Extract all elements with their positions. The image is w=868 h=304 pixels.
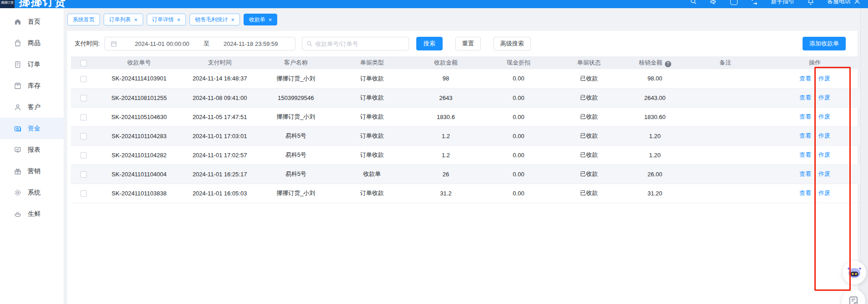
sidebar-item-首页[interactable]: 首页: [0, 11, 64, 32]
row-checkbox[interactable]: [80, 133, 87, 140]
void-link[interactable]: 作废: [818, 113, 830, 120]
app-logo-text: 挪挪订货: [19, 0, 66, 8]
cell-actions: 查看作废: [764, 88, 866, 107]
add-receipt-button[interactable]: 添加收款单: [803, 37, 846, 50]
view-link[interactable]: 查看: [799, 75, 811, 82]
table-row: SK-202411141039012024-11-14 16:48:37挪挪订货…: [71, 69, 866, 88]
tab-订单列表[interactable]: 订单列表×: [104, 14, 143, 25]
sidebar-item-库存[interactable]: 库存: [0, 75, 64, 96]
date-start[interactable]: 2024-11-01 00:00:00: [124, 40, 201, 47]
cell-remark: [687, 69, 764, 88]
tab-close-icon[interactable]: ×: [177, 17, 181, 23]
cell-status: 已收款: [555, 145, 623, 164]
view-link[interactable]: 查看: [799, 170, 811, 177]
sidebar-item-报表[interactable]: 报表: [0, 139, 64, 160]
home-icon: [14, 18, 22, 26]
cell-status: 已收款: [555, 126, 623, 145]
inventory-icon: [14, 82, 22, 90]
sidebar-item-订单[interactable]: 订单: [0, 54, 64, 75]
cell-actions: 查看作废: [764, 145, 866, 164]
receipts-table: 收款单号支付时间客户名称单据类型收款金额现金折扣单据状态核销金额?备注操作 SK…: [71, 56, 866, 203]
select-all-checkbox[interactable]: [80, 60, 87, 66]
search-input[interactable]: [315, 40, 404, 47]
sidebar-item-生鲜[interactable]: 生鲜: [0, 203, 64, 224]
window-icon[interactable]: [730, 0, 738, 5]
view-link[interactable]: 查看: [799, 113, 811, 120]
receipts-panel: 支付时间: 2024-11-01 00:00:00 至 2024-11-18 2…: [67, 31, 858, 304]
search-button[interactable]: 搜索: [416, 37, 443, 50]
cell-discount: 0.00: [482, 164, 555, 184]
view-link[interactable]: 查看: [799, 151, 811, 158]
void-link[interactable]: 作废: [818, 151, 830, 158]
account-menu[interactable]: 客服电话: [827, 0, 861, 5]
horn-icon[interactable]: [710, 0, 718, 5]
date-range-picker[interactable]: 2024-11-01 00:00:00 至 2024-11-18 23:59:5…: [105, 37, 295, 50]
cell-customer: 挪挪订货_小刘: [257, 69, 334, 88]
tab-label: 订单详情: [152, 16, 174, 24]
cell-customer: 易科5号: [257, 164, 334, 184]
tab-销售毛利统计[interactable]: 销售毛利统计×: [190, 14, 240, 25]
cell-remark: [687, 88, 764, 107]
cell-discount: 0.00: [482, 126, 555, 145]
tab-close-icon[interactable]: ×: [134, 17, 138, 23]
void-link[interactable]: 作废: [818, 170, 830, 177]
void-link[interactable]: 作废: [818, 132, 830, 139]
sidebar-item-label: 商品: [28, 39, 40, 47]
guide-link[interactable]: 新手指引: [771, 0, 794, 5]
cell-customer: 挪挪订货_小刘: [257, 184, 334, 203]
tab-close-icon[interactable]: ×: [269, 17, 272, 23]
column-header-收款单号: 收款单号: [96, 56, 182, 69]
sidebar-item-label: 客户: [28, 103, 40, 111]
sidebar-item-label: 系统: [28, 189, 40, 197]
row-checkbox[interactable]: [80, 171, 87, 178]
bell-icon[interactable]: [807, 0, 814, 5]
row-checkbox[interactable]: [80, 114, 87, 120]
view-link[interactable]: 查看: [799, 132, 811, 139]
cell-type: 订单收款: [334, 69, 409, 88]
filter-bar: 支付时间: 2024-11-01 00:00:00 至 2024-11-18 2…: [67, 31, 858, 50]
tab-订单详情[interactable]: 订单详情×: [147, 14, 186, 25]
reset-button[interactable]: 重置: [455, 37, 481, 50]
tab-label: 销售毛利统计: [195, 16, 228, 24]
sidebar-item-label: 营销: [28, 167, 40, 175]
void-link[interactable]: 作废: [818, 94, 830, 101]
date-end[interactable]: 2024-11-18 23:59:59: [212, 40, 289, 47]
tab-收款单[interactable]: 收款单×: [244, 14, 278, 25]
void-link[interactable]: 作废: [818, 75, 830, 82]
row-checkbox[interactable]: [80, 76, 87, 82]
cell-discount: 0.00: [482, 69, 555, 88]
row-checkbox[interactable]: [80, 152, 87, 159]
cell-discount: 0.00: [482, 88, 555, 107]
sidebar-item-客户[interactable]: 客户: [0, 96, 64, 118]
cell-remark: [687, 107, 764, 126]
help-icon[interactable]: ?: [665, 61, 671, 67]
switch-icon[interactable]: [750, 0, 758, 5]
tab-close-icon[interactable]: ×: [231, 17, 234, 23]
view-link[interactable]: 查看: [799, 94, 811, 101]
cell-verified: 31.20: [623, 184, 687, 203]
assistant-robot-button[interactable]: [843, 261, 866, 284]
cell-amount: 31.2: [409, 184, 482, 203]
sidebar-item-系统[interactable]: 系统: [0, 182, 64, 203]
cell-type: 收款单: [334, 164, 409, 184]
sidebar-item-资金[interactable]: 资金: [0, 118, 64, 139]
column-header-备注: 备注: [687, 56, 764, 69]
cell-amount: 98: [409, 69, 482, 88]
column-header-单据状态: 单据状态: [555, 56, 623, 69]
void-link[interactable]: 作废: [818, 189, 830, 196]
tab-系统首页[interactable]: 系统首页: [67, 14, 100, 25]
calendar-icon: [110, 40, 117, 47]
sidebar-item-商品[interactable]: 商品: [0, 32, 64, 54]
row-checkbox[interactable]: [80, 190, 87, 197]
cell-verified: 1830.60: [623, 107, 687, 126]
cell-time: 2024-11-01 16:25:17: [182, 164, 257, 184]
search-icon[interactable]: [690, 0, 697, 5]
table-row: SK-202411011042832024-11-01 17:03:01易科5号…: [71, 126, 866, 145]
cell-remark: [687, 145, 764, 164]
cell-remark: [687, 164, 764, 184]
row-checkbox[interactable]: [80, 95, 87, 101]
pay-time-label: 支付时间:: [75, 40, 100, 48]
sidebar-item-营销[interactable]: 营销: [0, 160, 64, 182]
advanced-search-button[interactable]: 高级搜索: [494, 37, 531, 50]
view-link[interactable]: 查看: [799, 189, 811, 196]
